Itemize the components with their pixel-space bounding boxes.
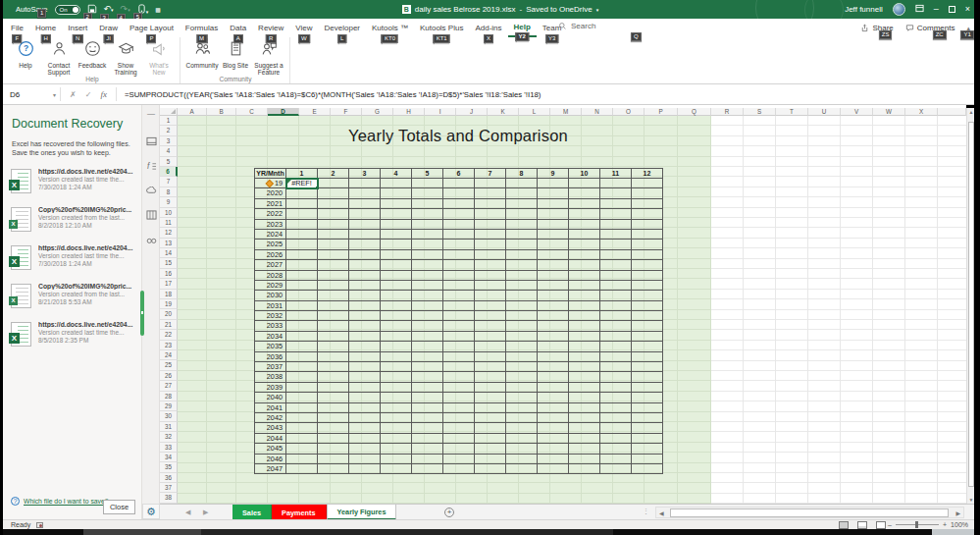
column-header-M[interactable]: M (550, 108, 582, 116)
empty-cell[interactable] (538, 311, 569, 321)
empty-cell[interactable] (600, 413, 632, 423)
empty-cell[interactable] (475, 434, 506, 444)
empty-cell[interactable] (443, 230, 475, 240)
empty-cell[interactable] (600, 271, 632, 281)
empty-cell[interactable] (412, 464, 443, 474)
empty-cell[interactable] (412, 332, 443, 342)
empty-cell[interactable] (569, 188, 600, 198)
empty-cell[interactable] (381, 260, 412, 270)
column-header-V[interactable]: V (841, 108, 873, 116)
year-cell-2022[interactable]: 2022 (255, 209, 286, 219)
year-cell-2021[interactable]: 2021 (255, 199, 286, 209)
year-cell-2031[interactable]: 2031 (255, 301, 286, 311)
empty-cell[interactable] (600, 199, 632, 209)
empty-cell[interactable] (475, 230, 506, 240)
formula-input[interactable]: =SUMPRODUCT((YEAR('Sales '!A18:'Sales '!… (117, 84, 974, 104)
year-cell-2046[interactable]: 2046 (255, 455, 286, 464)
empty-cell[interactable] (569, 240, 600, 249)
empty-cell[interactable] (600, 352, 632, 362)
row-header-8[interactable]: 8 (160, 187, 178, 197)
normal-view-button[interactable] (839, 521, 849, 529)
empty-cell[interactable] (506, 199, 538, 209)
column-header-J[interactable]: J (456, 108, 488, 116)
empty-cell[interactable] (412, 199, 443, 209)
empty-cell[interactable] (506, 321, 538, 331)
empty-cell[interactable] (538, 321, 569, 331)
month-header-10[interactable]: 10 (569, 169, 600, 179)
month-header-1[interactable]: 1 (286, 169, 318, 179)
autotext-pane-icon[interactable]: f (142, 157, 160, 175)
empty-cell[interactable] (538, 372, 569, 382)
month-header-6[interactable]: 6 (443, 169, 475, 179)
empty-cell[interactable] (443, 209, 475, 219)
empty-cell[interactable] (443, 423, 475, 433)
empty-cell[interactable] (318, 434, 349, 444)
ribbon-tab-file[interactable]: FileF (5, 19, 29, 37)
empty-cell[interactable] (443, 188, 475, 198)
row-header-29[interactable]: 29 (160, 401, 178, 411)
empty-cell[interactable] (412, 260, 443, 270)
month-header-7[interactable]: 7 (475, 169, 506, 179)
empty-cell[interactable] (443, 321, 475, 331)
empty-cell[interactable] (600, 250, 632, 260)
horizontal-scrollbar[interactable]: ◀ ▶ (655, 507, 964, 518)
empty-cell[interactable] (569, 464, 600, 474)
empty-cell[interactable] (318, 271, 349, 281)
autosave-toggle[interactable]: On (55, 5, 80, 15)
empty-cell[interactable] (506, 444, 538, 454)
empty-cell[interactable] (475, 220, 506, 230)
empty-cell[interactable] (632, 260, 663, 270)
year-cell-2026[interactable]: 2026 (255, 250, 286, 260)
empty-cell[interactable] (569, 444, 600, 454)
empty-cell[interactable] (475, 240, 506, 249)
empty-cell[interactable] (538, 342, 569, 351)
empty-cell[interactable] (600, 240, 632, 249)
empty-cell[interactable] (349, 291, 381, 300)
minimize-button[interactable]: – (934, 5, 939, 14)
empty-cell[interactable] (569, 342, 600, 351)
empty-cell[interactable] (632, 179, 663, 188)
empty-cell[interactable] (569, 352, 600, 362)
empty-cell[interactable] (412, 372, 443, 382)
empty-cell[interactable] (318, 362, 349, 372)
empty-cell[interactable] (569, 403, 600, 413)
empty-cell[interactable] (381, 311, 412, 321)
ribbon-tab-draw[interactable]: DrawJI (93, 19, 124, 37)
month-header-2[interactable]: 2 (318, 169, 349, 179)
empty-cell[interactable] (538, 455, 569, 464)
empty-cell[interactable] (600, 362, 632, 372)
empty-cell[interactable] (632, 301, 663, 311)
ribbon-tab-kutools-[interactable]: Kutools ™KT0 (366, 19, 414, 37)
empty-cell[interactable] (381, 230, 412, 240)
empty-cell[interactable] (632, 240, 663, 249)
empty-cell[interactable] (286, 455, 318, 464)
sheet-tab-payments[interactable]: Payments (272, 505, 326, 520)
empty-cell[interactable] (443, 352, 475, 362)
empty-cell[interactable] (632, 423, 663, 433)
empty-cell[interactable] (381, 199, 412, 209)
empty-cell[interactable] (569, 260, 600, 270)
row-header-12[interactable]: 12 (160, 228, 178, 238)
empty-cell[interactable] (506, 260, 538, 270)
empty-cell[interactable] (318, 209, 349, 219)
empty-cell[interactable] (349, 179, 381, 188)
empty-cell[interactable] (381, 464, 412, 474)
empty-cell[interactable] (318, 281, 349, 291)
empty-cell[interactable] (569, 220, 600, 230)
sheet-tab-sales[interactable]: Sales (232, 505, 272, 520)
empty-cell[interactable] (443, 413, 475, 423)
horizontal-scroll-thumb[interactable] (670, 508, 949, 517)
empty-cell[interactable] (600, 372, 632, 382)
empty-cell[interactable] (538, 220, 569, 230)
empty-cell[interactable] (349, 199, 381, 209)
empty-cell[interactable] (318, 423, 349, 433)
empty-cell[interactable] (475, 281, 506, 291)
chevron-down-icon[interactable]: ▾ (53, 91, 56, 98)
qat-overflow-icon[interactable]: ▩ (155, 7, 161, 13)
empty-cell[interactable] (632, 362, 663, 372)
empty-cell[interactable] (349, 372, 381, 382)
empty-cell[interactable] (381, 372, 412, 382)
user-name[interactable]: Jeff funnell (845, 5, 883, 14)
empty-cell[interactable] (538, 188, 569, 198)
empty-cell[interactable] (286, 220, 318, 230)
